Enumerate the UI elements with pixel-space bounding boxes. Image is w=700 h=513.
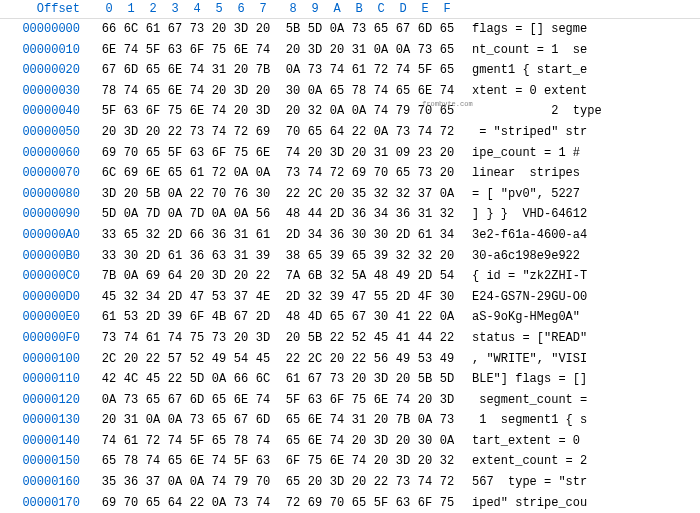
hex-byte[interactable]: 75 (164, 102, 186, 121)
hex-byte[interactable]: 65 (326, 308, 348, 327)
hex-byte[interactable]: 34 (370, 205, 392, 224)
hex-byte[interactable]: 32 (304, 102, 326, 121)
hex-byte[interactable]: 22 (282, 350, 304, 369)
hex-byte[interactable]: 0A (164, 185, 186, 204)
hex-byte[interactable]: 70 (370, 164, 392, 183)
hex-byte[interactable]: 70 (208, 185, 230, 204)
hex-row[interactable]: 00000110424C45225D0A666C616773203D205B5D… (0, 369, 700, 390)
hex-byte[interactable]: 30 (120, 247, 142, 266)
hex-byte[interactable]: 72 (282, 494, 304, 513)
hex-byte[interactable]: 22 (348, 123, 370, 142)
hex-byte[interactable]: 65 (436, 20, 458, 39)
hex-row[interactable]: 000001200A7365676D656E745F636F756E74203D… (0, 390, 700, 411)
hex-byte[interactable]: 69 (304, 494, 326, 513)
hex-byte[interactable]: 42 (98, 370, 120, 389)
hex-byte[interactable]: 6C (98, 164, 120, 183)
hex-byte[interactable]: 74 (414, 123, 436, 142)
hex-byte[interactable]: 36 (120, 473, 142, 492)
hex-byte[interactable]: 20 (120, 350, 142, 369)
hex-byte[interactable]: 74 (98, 432, 120, 451)
hex-byte[interactable]: 76 (230, 185, 252, 204)
hex-byte[interactable]: 3D (208, 267, 230, 286)
hex-byte[interactable]: 5D (304, 20, 326, 39)
hex-byte[interactable]: 22 (436, 329, 458, 348)
hex-byte[interactable]: 72 (208, 164, 230, 183)
hex-byte[interactable]: 3D (304, 41, 326, 60)
hex-byte[interactable]: 3D (436, 391, 458, 410)
hex-byte[interactable]: 22 (348, 350, 370, 369)
hex-byte[interactable]: 22 (164, 123, 186, 142)
hex-byte[interactable]: 65 (164, 452, 186, 471)
hex-byte[interactable]: 22 (142, 350, 164, 369)
hex-byte[interactable]: 74 (120, 82, 142, 101)
hex-byte[interactable]: 20 (348, 432, 370, 451)
hex-byte[interactable]: 20 (98, 123, 120, 142)
hex-byte[interactable]: 30 (414, 432, 436, 451)
hex-byte[interactable]: 55 (370, 288, 392, 307)
hex-byte[interactable]: 57 (164, 350, 186, 369)
hex-byte[interactable]: 6E (164, 61, 186, 80)
hex-byte[interactable]: 5D (186, 370, 208, 389)
hex-byte[interactable]: 2D (326, 205, 348, 224)
hex-byte[interactable]: 69 (348, 164, 370, 183)
hex-row[interactable]: 000000405F636F756E74203D20320A0A74797065… (0, 101, 700, 122)
hex-byte[interactable]: 20 (326, 41, 348, 60)
hex-byte[interactable]: 54 (230, 350, 252, 369)
hex-byte[interactable]: 0A (348, 102, 370, 121)
hex-byte[interactable]: 65 (208, 411, 230, 430)
hex-row[interactable]: 000001002C20225752495445222C202256495349… (0, 349, 700, 370)
hex-byte[interactable]: 39 (326, 247, 348, 266)
hex-byte[interactable]: 49 (436, 350, 458, 369)
hex-byte[interactable]: 73 (414, 41, 436, 60)
hex-byte[interactable]: 0A (304, 82, 326, 101)
hex-byte[interactable]: 20 (120, 185, 142, 204)
hex-byte[interactable]: 34 (304, 226, 326, 245)
hex-byte[interactable]: 48 (282, 308, 304, 327)
hex-byte[interactable]: 0A (414, 411, 436, 430)
hex-byte[interactable]: 75 (230, 144, 252, 163)
hex-byte[interactable]: 78 (98, 82, 120, 101)
hex-byte[interactable]: 6F (282, 452, 304, 471)
hex-byte[interactable]: 52 (186, 350, 208, 369)
hex-byte[interactable]: 30 (252, 185, 274, 204)
hex-byte[interactable]: 20 (282, 102, 304, 121)
hex-byte[interactable]: 74 (326, 61, 348, 80)
hex-byte[interactable]: 0A (436, 432, 458, 451)
hex-byte[interactable]: 32 (436, 205, 458, 224)
hex-byte[interactable]: 54 (436, 267, 458, 286)
hex-byte[interactable]: 37 (414, 185, 436, 204)
hex-byte[interactable]: 6E (414, 82, 436, 101)
hex-byte[interactable]: 74 (304, 164, 326, 183)
hex-byte[interactable]: 78 (120, 452, 142, 471)
hex-byte[interactable]: 63 (208, 247, 230, 266)
hex-byte[interactable]: 6C (252, 370, 274, 389)
hex-byte[interactable]: 65 (282, 473, 304, 492)
hex-byte[interactable]: 64 (164, 494, 186, 513)
hex-byte[interactable]: 36 (186, 247, 208, 266)
hex-byte[interactable]: 20 (326, 350, 348, 369)
hex-byte[interactable]: 6D (120, 61, 142, 80)
hex-byte[interactable]: 64 (164, 267, 186, 286)
hex-row[interactable]: 000000307874656E74203D20300A657874656E74… (0, 81, 700, 102)
hex-byte[interactable]: 4D (304, 308, 326, 327)
hex-byte[interactable]: 73 (282, 164, 304, 183)
hex-byte[interactable]: 6F (414, 494, 436, 513)
hex-byte[interactable]: 5F (186, 432, 208, 451)
hex-byte[interactable]: 63 (164, 41, 186, 60)
hex-byte[interactable]: 61 (252, 226, 274, 245)
hex-byte[interactable]: 37 (230, 288, 252, 307)
hex-byte[interactable]: 2D (252, 308, 274, 327)
hex-byte[interactable]: 5B (282, 20, 304, 39)
hex-byte[interactable]: 74 (252, 494, 274, 513)
hex-byte[interactable]: 2D (414, 267, 436, 286)
hex-byte[interactable]: 5D (436, 370, 458, 389)
hex-byte[interactable]: 3D (230, 82, 252, 101)
hex-byte[interactable]: 6E (186, 452, 208, 471)
hex-byte[interactable]: 6C (120, 20, 142, 39)
hex-byte[interactable]: 74 (282, 144, 304, 163)
hex-row[interactable]: 0000017069706564220A7374726970655F636F75… (0, 493, 700, 513)
hex-byte[interactable]: 22 (282, 185, 304, 204)
hex-byte[interactable]: 0A (326, 102, 348, 121)
hex-byte[interactable]: 61 (98, 308, 120, 327)
hex-byte[interactable]: 6E (164, 82, 186, 101)
